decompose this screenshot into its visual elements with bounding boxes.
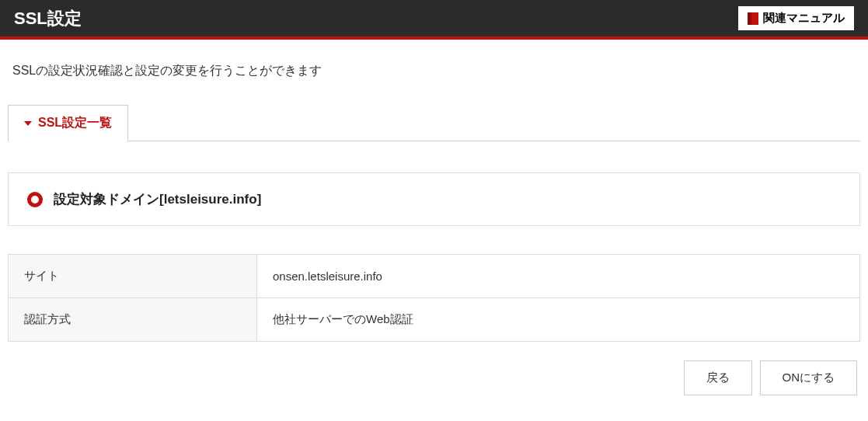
button-row: 戻る ONにする: [8, 360, 860, 395]
tab-label: SSL設定一覧: [38, 115, 112, 131]
domain-panel: 設定対象ドメイン[letsleisure.info]: [8, 172, 860, 226]
row-label-site: サイト: [9, 255, 257, 298]
tab-ssl-list[interactable]: SSL設定一覧: [8, 105, 128, 141]
chevron-down-icon: [24, 121, 32, 126]
manual-button[interactable]: 関連マニュアル: [738, 6, 854, 30]
page-description: SSLの設定状況確認と設定の変更を行うことができます: [12, 63, 856, 79]
row-value-auth: 他社サーバーでのWeb認証: [257, 298, 860, 342]
row-value-site: onsen.letsleisure.info: [257, 255, 860, 298]
row-label-auth: 認証方式: [9, 298, 257, 342]
book-icon: [748, 12, 758, 25]
manual-button-label: 関連マニュアル: [763, 11, 845, 26]
circle-icon: [27, 192, 43, 207]
table-row: サイト onsen.letsleisure.info: [9, 255, 860, 298]
domain-title: 設定対象ドメイン[letsleisure.info]: [54, 190, 261, 208]
content-area: SSLの設定状況確認と設定の変更を行うことができます SSL設定一覧 設定対象ド…: [0, 63, 868, 395]
back-button[interactable]: 戻る: [684, 360, 752, 395]
page-title: SSL設定: [14, 7, 82, 30]
page-header: SSL設定 関連マニュアル: [0, 0, 868, 40]
table-row: 認証方式 他社サーバーでのWeb認証: [9, 298, 860, 342]
ssl-info-table: サイト onsen.letsleisure.info 認証方式 他社サーバーでの…: [8, 254, 860, 342]
enable-button[interactable]: ONにする: [760, 360, 858, 395]
tab-strip: SSL設定一覧: [8, 104, 860, 141]
